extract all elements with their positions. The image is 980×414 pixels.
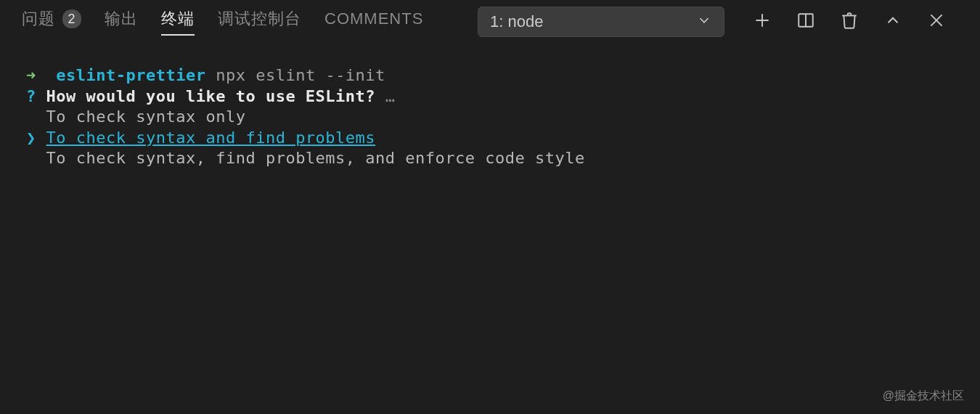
terminal-output[interactable]: ➜ eslint-prettier npx eslint --init ? Ho… — [0, 44, 980, 191]
watermark: @掘金技术社区 — [883, 389, 964, 404]
tab-output[interactable]: 输出 — [105, 8, 138, 36]
tab-debug-label: 调试控制台 — [218, 8, 301, 30]
tab-problems-label: 问题 — [22, 8, 55, 30]
terminal-option-2-selected: ❯ To check syntax and find problems — [26, 128, 954, 149]
command-text: npx eslint --init — [216, 66, 385, 84]
problems-badge: 2 — [62, 9, 81, 28]
chevron-up-icon — [883, 11, 902, 33]
terminal-option-3: To check syntax, find problems, and enfo… — [26, 148, 954, 169]
tab-problems[interactable]: 问题 2 — [22, 8, 81, 36]
tab-terminal-label: 终端 — [161, 8, 195, 30]
option-3-text: To check syntax, find problems, and enfo… — [46, 149, 585, 167]
question-text: How would you like to use ESLint? — [46, 87, 376, 105]
close-panel-button[interactable] — [923, 9, 950, 35]
plus-icon — [753, 11, 772, 33]
question-mark: ? — [26, 87, 36, 105]
split-horizontal-icon — [796, 11, 815, 33]
option-2-text: To check syntax and find problems — [46, 129, 376, 147]
tab-debug-console[interactable]: 调试控制台 — [218, 8, 301, 36]
selected-marker: ❯ — [26, 129, 36, 147]
terminal-selector-label: 1: node — [490, 12, 543, 31]
terminal-option-1: To check syntax only — [26, 107, 954, 128]
tab-comments[interactable]: COMMENTS — [324, 9, 423, 34]
terminal-selector-dropdown[interactable]: 1: node — [478, 7, 724, 37]
tab-terminal[interactable]: 终端 — [161, 8, 195, 36]
kill-terminal-button[interactable] — [836, 9, 862, 35]
chevron-down-icon — [696, 12, 712, 31]
option-1-text: To check syntax only — [46, 107, 246, 126]
terminal-line-command: ➜ eslint-prettier npx eslint --init — [26, 65, 954, 86]
prompt-arrow: ➜ — [26, 66, 36, 84]
panel-tabs: 问题 2 输出 终端 调试控制台 COMMENTS — [22, 8, 423, 36]
new-terminal-button[interactable] — [749, 9, 775, 35]
tab-comments-label: COMMENTS — [324, 9, 423, 28]
trash-icon — [840, 11, 859, 33]
close-icon — [927, 11, 946, 33]
maximize-panel-button[interactable] — [880, 9, 906, 35]
panel-header: 问题 2 输出 终端 调试控制台 COMMENTS 1: node — [0, 0, 980, 44]
prompt-dir: eslint-prettier — [56, 66, 205, 84]
tab-output-label: 输出 — [105, 8, 138, 30]
question-ellipsis: … — [385, 87, 396, 105]
split-terminal-button[interactable] — [793, 9, 819, 35]
terminal-line-question: ? How would you like to use ESLint? … — [26, 86, 954, 107]
